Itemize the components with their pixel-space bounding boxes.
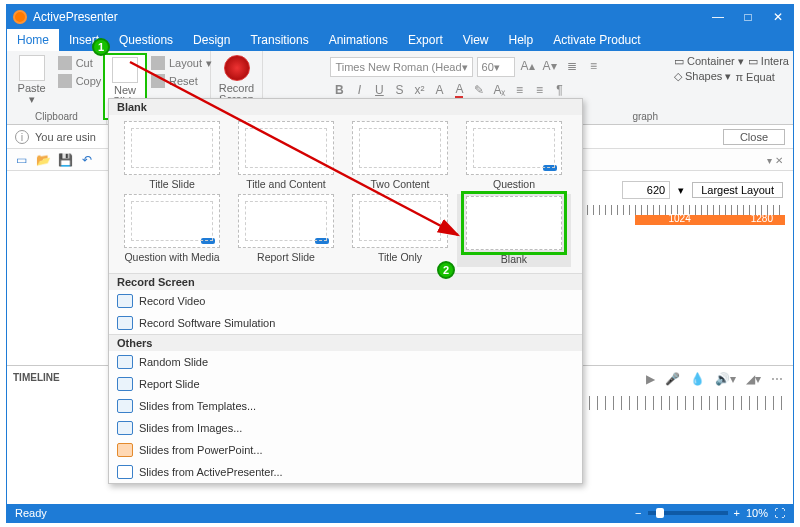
layout-two-content[interactable]: Two Content: [343, 121, 457, 190]
font-color-icon[interactable]: A: [450, 81, 468, 99]
container-btn[interactable]: ▭ Container ▾: [674, 55, 744, 68]
superscript-icon[interactable]: x²: [410, 81, 428, 99]
slides-images-item[interactable]: Slides from Images...: [109, 417, 582, 439]
tab-animations[interactable]: Animations: [319, 29, 398, 51]
grow-font-icon[interactable]: A▴: [519, 57, 537, 75]
layout-button[interactable]: Layout▾: [149, 55, 214, 71]
tl-more-icon[interactable]: ⋯: [771, 372, 783, 386]
tl-mic-icon[interactable]: 🎤: [665, 372, 680, 386]
tab-activate[interactable]: Activate Product: [543, 29, 650, 51]
tl-zoom-icon[interactable]: ◢▾: [746, 372, 761, 386]
shapes-btn[interactable]: ◇ Shapes ▾: [674, 70, 731, 83]
cut-icon: [58, 56, 72, 70]
italic-icon[interactable]: I: [350, 81, 368, 99]
zoom-in-icon[interactable]: +: [734, 507, 740, 519]
slides-ap-item[interactable]: Slides from ActivePresenter...: [109, 461, 582, 483]
info-icon: i: [15, 130, 29, 144]
annotation-badge-1: 1: [92, 38, 110, 56]
slides-ppt-item[interactable]: Slides from PowerPoint...: [109, 439, 582, 461]
underline-icon[interactable]: U: [370, 81, 388, 99]
open-icon[interactable]: 📂: [35, 152, 51, 168]
new-slide-dropdown: Blank Title Slide Title and Content Two …: [108, 98, 583, 484]
ruler-mark-1280: 1280: [751, 213, 773, 224]
tab-view[interactable]: View: [453, 29, 499, 51]
font-name-select[interactable]: Times New Roman (Head ▾: [330, 57, 472, 77]
bold-icon[interactable]: B: [330, 81, 348, 99]
copy-button[interactable]: Copy: [56, 73, 104, 89]
layout-title-only[interactable]: Title Only: [343, 194, 457, 267]
tl-drop-icon[interactable]: 💧: [690, 372, 705, 386]
status-bar: Ready − + 10% ⛶: [7, 504, 793, 522]
layout-title-content[interactable]: Title and Content: [229, 121, 343, 190]
maximize-button[interactable]: □: [733, 5, 763, 29]
largest-layout-button[interactable]: Largest Layout: [692, 182, 783, 198]
slides-templates-item[interactable]: Slides from Templates...: [109, 395, 582, 417]
shrink-font-icon[interactable]: A▾: [541, 57, 559, 75]
subscript-icon[interactable]: A: [430, 81, 448, 99]
record-sim-item[interactable]: Record Software Simulation: [109, 312, 582, 334]
tab-help[interactable]: Help: [499, 29, 544, 51]
save-icon[interactable]: 💾: [57, 152, 73, 168]
tab-design[interactable]: Design: [183, 29, 240, 51]
ruler-mark-1024: 1024: [669, 213, 691, 224]
random-slide-item[interactable]: Random Slide: [109, 351, 582, 373]
undo-icon[interactable]: ↶: [79, 152, 95, 168]
report-icon: [117, 377, 133, 391]
strike-icon[interactable]: S: [390, 81, 408, 99]
video-icon: [117, 294, 133, 308]
layout-blank[interactable]: Blank: [457, 194, 571, 267]
minimize-button[interactable]: —: [703, 5, 733, 29]
layout-report-slide[interactable]: Report Slide: [229, 194, 343, 267]
templates-icon: [117, 399, 133, 413]
reset-button[interactable]: Reset: [149, 73, 214, 89]
paste-icon: [19, 55, 45, 81]
timeline-ruler[interactable]: [589, 396, 785, 410]
paste-button[interactable]: Paste▾: [10, 53, 54, 105]
bullets-icon[interactable]: ≣: [563, 57, 581, 75]
layout-width-input[interactable]: [622, 181, 670, 199]
reset-icon: [151, 74, 165, 88]
tab-questions[interactable]: Questions: [109, 29, 183, 51]
report-slide-item[interactable]: Report Slide: [109, 373, 582, 395]
zoom-pct: 10%: [746, 507, 768, 519]
section-blank: Blank: [109, 99, 582, 115]
new-file-icon[interactable]: ▭: [13, 152, 29, 168]
section-record: Record Screen: [109, 273, 582, 290]
highlight-icon[interactable]: ✎: [470, 81, 488, 99]
layout-title-slide[interactable]: Title Slide: [115, 121, 229, 190]
font-size-select[interactable]: 60 ▾: [477, 57, 515, 77]
layout-question[interactable]: Question: [457, 121, 571, 190]
align-left-icon[interactable]: ≡: [510, 81, 528, 99]
misc-format-icon[interactable]: ¶: [550, 81, 568, 99]
app-title: ActivePresenter: [33, 10, 118, 24]
tl-play-icon[interactable]: ▶: [646, 372, 655, 386]
clear-format-icon[interactable]: Aᵪ: [490, 81, 508, 99]
fit-icon[interactable]: ⛶: [774, 507, 785, 519]
menu-tabs: Home Insert Questions Design Transitions…: [7, 29, 793, 51]
copy-icon: [58, 74, 72, 88]
panel-toggle[interactable]: [767, 155, 783, 166]
align-center-icon[interactable]: ≡: [530, 81, 548, 99]
record-icon: [224, 55, 250, 81]
ppt-icon: [117, 443, 133, 457]
equat-btn[interactable]: π Equat: [735, 71, 774, 83]
images-icon: [117, 421, 133, 435]
tab-home[interactable]: Home: [7, 29, 59, 51]
annotation-badge-2: 2: [437, 261, 455, 279]
zoom-out-icon[interactable]: −: [635, 507, 641, 519]
timeline-label: TIMELINE: [13, 372, 60, 383]
layout-question-media[interactable]: Question with Media: [115, 194, 229, 267]
tab-transitions[interactable]: Transitions: [240, 29, 318, 51]
tl-vol-icon[interactable]: 🔊▾: [715, 372, 736, 386]
cut-button[interactable]: Cut: [56, 55, 104, 71]
record-video-item[interactable]: Record Video: [109, 290, 582, 312]
intera-btn[interactable]: ▭ Intera: [748, 55, 789, 68]
zoom-slider[interactable]: [648, 511, 728, 515]
app-logo-icon: [13, 10, 27, 24]
numbering-icon[interactable]: ≡: [585, 57, 603, 75]
info-close-button[interactable]: Close: [723, 129, 785, 145]
random-icon: [117, 355, 133, 369]
tab-export[interactable]: Export: [398, 29, 453, 51]
close-window-button[interactable]: ✕: [763, 5, 793, 29]
ap-icon: [117, 465, 133, 479]
